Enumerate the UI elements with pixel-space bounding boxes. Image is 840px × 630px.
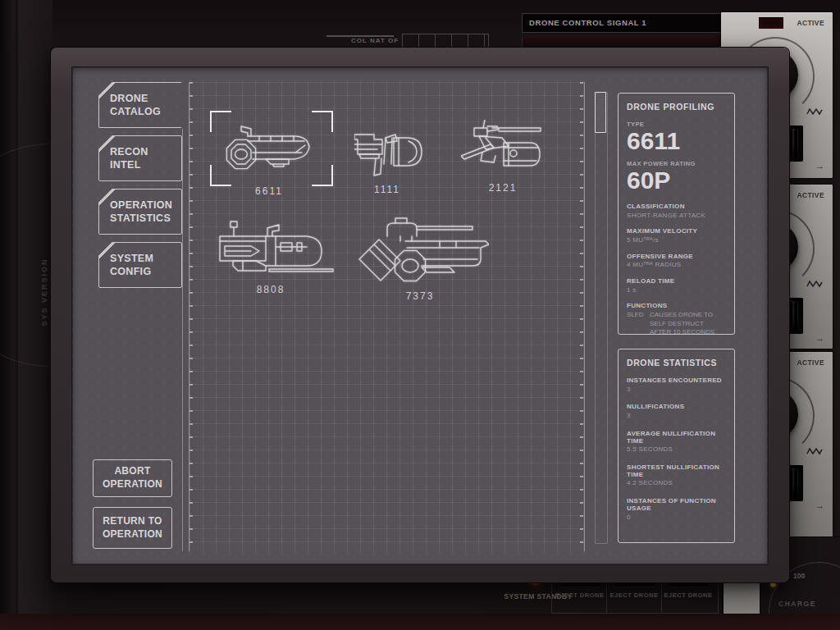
- charge-label: CHARGE: [778, 600, 816, 608]
- drone-blueprint-item[interactable]: [218, 220, 335, 281]
- drone-blueprint-item[interactable]: [223, 123, 315, 174]
- function-description: CAUSES DRONE TO SELF DESTRUCT AFTER 10 S…: [650, 311, 722, 337]
- field-label: MAXIMUM VELOCITY: [627, 227, 726, 235]
- panel-title: DRONE PROFILING: [627, 102, 726, 112]
- abort-operation-button[interactable]: ABORT OPERATION: [93, 459, 172, 497]
- tab-label: DRONE CATALOG: [110, 92, 176, 118]
- statistics-field: SHORTEST NULLIFICATION TIME 4.2 SECONDS: [627, 463, 726, 488]
- field-label: INSTANCES OF FUNCTION USAGE: [627, 497, 726, 512]
- profiling-field: OFFENSIVE RANGE 4 MUᵀᴿᴬ RADIUS: [627, 253, 726, 270]
- drone-blueprint-8808: [218, 220, 335, 277]
- active-label: ACTIVE: [797, 19, 824, 27]
- top-segmented-display: [402, 34, 489, 48]
- field-value: SHORT-RANGE ATTACK: [627, 212, 726, 221]
- eject-drone-label: EJECT DRONE: [663, 591, 714, 599]
- tab-label: RECON INTEL: [110, 145, 176, 171]
- field-value: 4.2 SECONDS: [627, 479, 726, 488]
- profiling-field: RELOAD TIME 1 s: [627, 277, 726, 294]
- grid-right-border: [584, 82, 585, 551]
- statistics-field: AVERAGE NULLIFICATION TIME 5.5 SECONDS: [627, 430, 726, 454]
- type-value: 6611: [627, 129, 726, 154]
- arrow-right-icon: →: [815, 161, 824, 171]
- drone-blueprint-item[interactable]: [461, 120, 543, 174]
- profiling-field: CLASSIFICATION SHORT-RANGE ATTACK: [627, 203, 726, 220]
- field-label: SHORTEST NULLIFICATION TIME: [627, 463, 726, 478]
- arrow-right-icon: →: [815, 333, 824, 343]
- field-label: INSTANCES ENCOUNTERED: [627, 377, 726, 384]
- profiling-field: MAXIMUM VELOCITY 5 MUᵀᴿᴬ/s: [627, 227, 726, 244]
- sys-version-label: SYS VERSION: [40, 243, 50, 341]
- tab-column-divider: [182, 129, 183, 551]
- field-value: 0: [627, 514, 726, 523]
- scrollbar-thumb[interactable]: [595, 92, 606, 133]
- profiling-functions-field: FUNCTIONS SLFD CAUSES DRONE TO SELF DEST…: [627, 302, 726, 337]
- active-label: ACTIVE: [797, 358, 824, 367]
- drone-id-label: 2121: [474, 182, 532, 194]
- drone-blueprint-7373: [358, 217, 489, 285]
- statistics-field: NULLIFICATIONS 3: [627, 403, 726, 420]
- wave-icon: [806, 280, 823, 288]
- drone-id-label: 6611: [240, 185, 298, 197]
- field-value: 1 s: [627, 286, 726, 295]
- drone-id-label: 1111: [358, 184, 416, 195]
- signal-header-text: DRONE CONTROL SIGNAL 1: [523, 14, 721, 32]
- field-label: FUNCTIONS: [627, 302, 726, 309]
- field-value: 4 MUᵀᴿᴬ RADIUS: [627, 261, 726, 270]
- field-value: 5 MUᵀᴿᴬ/s: [627, 236, 726, 245]
- drone-blueprint-6611: [223, 123, 315, 171]
- drone-blueprint-2121: [461, 120, 543, 171]
- field-label: AVERAGE NULLIFICATION TIME: [627, 430, 726, 445]
- field-value: 3: [627, 412, 726, 421]
- signal-sub-display: [522, 36, 724, 47]
- drone-blueprint-item[interactable]: [354, 131, 423, 180]
- grid-left-ticks: [189, 82, 193, 551]
- wave-icon: [806, 107, 823, 116]
- panel-title: DRONE STATISTICS: [627, 358, 726, 368]
- tab-recon-intel[interactable]: RECON INTEL: [98, 135, 182, 181]
- top-partial-text: COL NAT OF: [351, 37, 399, 44]
- drone-id-label: 7373: [391, 290, 449, 302]
- drone-statistics-panel: DRONE STATISTICS INSTANCES ENCOUNTERED 3…: [618, 349, 735, 543]
- drone-profiling-panel: DRONE PROFILING TYPE 6611 MAX POWER RATI…: [618, 93, 735, 335]
- power-value: 60P: [627, 168, 726, 194]
- button-label: RETURN TO OPERATION: [94, 515, 171, 541]
- scrollbar-track[interactable]: [595, 92, 608, 544]
- game-screen: SYS VERSION COL NAT OF DRONE CONTROL SIG…: [0, 0, 840, 630]
- field-label: OFFENSIVE RANGE: [627, 253, 726, 260]
- tab-label: SYSTEM CONFIG: [110, 252, 176, 278]
- tab-operation-statistics[interactable]: OPERATION STATISTICS: [98, 189, 182, 235]
- crt-screen: DRONE CATALOG RECON INTEL OPERATION STAT…: [72, 67, 768, 564]
- drone-blueprint-item[interactable]: [358, 217, 489, 289]
- grid-right-ticks: [580, 82, 583, 551]
- field-value: 3: [627, 386, 726, 395]
- button-label: ABORT OPERATION: [94, 465, 171, 491]
- field-value: 5.5 SECONDS: [627, 445, 726, 454]
- tab-system-config[interactable]: SYSTEM CONFIG: [98, 242, 182, 288]
- field-label: NULLIFICATIONS: [627, 403, 726, 410]
- charge-warning-light: [770, 582, 776, 587]
- eject-drone-label: EJECT DRONE: [609, 591, 660, 599]
- field-label: RELOAD TIME: [627, 277, 726, 285]
- active-label: ACTIVE: [797, 191, 824, 199]
- statistics-field: INSTANCES OF FUNCTION USAGE 0: [627, 497, 726, 522]
- field-label: CLASSIFICATION: [627, 203, 726, 210]
- return-to-operation-button[interactable]: RETURN TO OPERATION: [93, 507, 172, 549]
- drone-id-label: 8808: [242, 284, 299, 295]
- signal-indicator-lamp: [759, 17, 783, 29]
- tab-label: OPERATION STATISTICS: [110, 199, 176, 225]
- drone-catalog-window: DRONE CATALOG RECON INTEL OPERATION STAT…: [51, 48, 789, 582]
- tab-drone-catalog[interactable]: DRONE CATALOG: [98, 82, 182, 128]
- function-code: SLFD: [627, 311, 650, 337]
- wave-icon: [806, 447, 823, 455]
- drone-blueprint-1111: [354, 131, 423, 177]
- charge-value: 100: [793, 572, 805, 580]
- console-bottom-strip: [0, 614, 840, 630]
- drone-control-signal-display: DRONE CONTROL SIGNAL 1: [522, 13, 722, 33]
- statistics-field: INSTANCES ENCOUNTERED 3: [627, 377, 726, 394]
- arrow-right-icon: →: [815, 500, 824, 510]
- eject-drone-label: EJECT DRONE: [555, 591, 605, 599]
